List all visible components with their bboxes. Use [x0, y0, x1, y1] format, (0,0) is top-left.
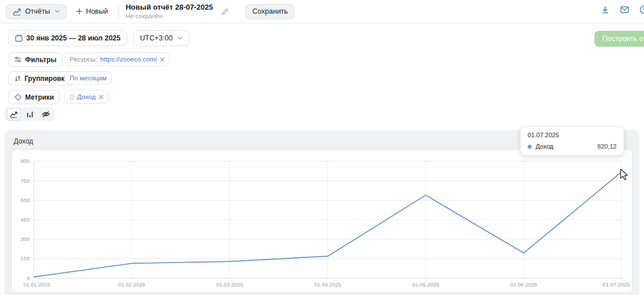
filters-button-label: Фильтры: [25, 56, 56, 64]
svg-text:450: 450: [21, 216, 30, 223]
build-report-label: Построить отчёт: [602, 35, 644, 43]
eye-off-icon: [42, 110, 50, 118]
build-report-button[interactable]: Построить отчёт: [594, 31, 644, 47]
controls-row: 30 янв 2025 — 28 июл 2025 UTC+3:00: [8, 30, 644, 46]
svg-text:01.01.2025: 01.01.2025: [23, 281, 50, 288]
svg-text:01.07.2025: 01.07.2025: [603, 281, 630, 288]
filter-chip-resource[interactable]: Ресурсы: https://zooeco.com/: [64, 52, 170, 66]
tooltip-series-row: Доход 820,12: [528, 143, 617, 150]
metrics-button-label: Метрики: [25, 93, 54, 101]
tooltip-value: 820,12: [597, 143, 617, 150]
report-title: Новый отчёт 28-07-2025: [125, 3, 213, 12]
grouping-chip-label: По месяцам: [70, 75, 107, 81]
filters-row: Фильтры Ресурсы: https://zooeco.com/: [8, 52, 644, 67]
save-button-label: Сохранить: [252, 7, 287, 15]
svg-text:300: 300: [21, 236, 30, 242]
target-icon: [14, 93, 22, 101]
save-button[interactable]: Сохранить: [245, 4, 294, 19]
line-chart-toggle[interactable]: [7, 108, 21, 120]
new-report-button[interactable]: Новый: [69, 4, 115, 19]
svg-text:0: 0: [27, 275, 30, 281]
chart-tooltip: 01.07.2025 Доход 820,12: [520, 126, 624, 155]
date-range-label: 30 янв 2025 — 28 июл 2025: [26, 34, 120, 42]
remove-filter-icon[interactable]: [160, 57, 165, 62]
sliders-icon: [14, 56, 22, 63]
date-range-button[interactable]: 30 янв 2025 — 28 июл 2025: [8, 30, 127, 46]
report-save-status: Не сохранён: [125, 13, 213, 20]
metric-chip-label: Доход: [77, 93, 96, 100]
tooltip-series-label: Доход: [536, 143, 553, 150]
svg-text:900: 900: [21, 158, 30, 164]
reports-menu-label: Отчёты: [25, 7, 50, 15]
timezone-label: UTC+3:00: [140, 34, 172, 42]
reports-menu-button[interactable]: Отчёты: [6, 4, 67, 19]
metrics-button[interactable]: Метрики: [8, 90, 60, 104]
chevron-down-icon: [177, 36, 183, 40]
svg-text:600: 600: [21, 197, 30, 203]
filters-button[interactable]: Фильтры: [8, 52, 63, 67]
svg-text:01.03.2025: 01.03.2025: [216, 281, 243, 288]
svg-text:150: 150: [21, 255, 30, 261]
drag-handle-icon[interactable]: [70, 94, 74, 100]
bar-chart-toggle[interactable]: [23, 108, 37, 120]
svg-text:01.04.2025: 01.04.2025: [314, 281, 341, 288]
edit-title-icon[interactable]: [221, 7, 229, 16]
download-icon[interactable]: [600, 5, 610, 15]
toolbar-right-icons: [600, 5, 644, 15]
groupings-row: Группировки По месяцам: [8, 71, 644, 85]
toolbar-divider: [118, 4, 119, 19]
filter-chip-prefix: Ресурсы:: [70, 56, 98, 63]
remove-metric-icon[interactable]: [99, 95, 104, 100]
report-title-block: Новый отчёт 28-07-2025 Не сохранён: [125, 3, 213, 20]
tooltip-date: 01.07.2025: [528, 132, 617, 138]
svg-text:01.05.2025: 01.05.2025: [412, 281, 439, 288]
metric-chip-revenue[interactable]: Доход: [64, 90, 109, 104]
series-color-dot: [528, 145, 532, 149]
report-builder-app: Отчёты Новый Новый отчёт 28-07-2025 Не с…: [0, 0, 644, 295]
chart-card: 01.01.202501.02.202501.03.202501.04.2025…: [11, 149, 633, 293]
chevron-down-icon: [55, 10, 60, 13]
calendar-icon: [15, 34, 23, 42]
grouping-chip-monthly[interactable]: По месяцам: [64, 71, 112, 85]
plus-icon: [76, 8, 83, 15]
filter-chip-link[interactable]: https://zooeco.com/: [100, 56, 157, 63]
bar-chart-icon: [26, 111, 34, 118]
clock-icon[interactable]: [639, 5, 644, 15]
revenue-line-chart[interactable]: 01.01.202501.02.202501.03.202501.04.2025…: [12, 150, 632, 292]
svg-text:750: 750: [21, 178, 30, 184]
metrics-row: Метрики Доход: [8, 90, 644, 104]
new-report-label: Новый: [86, 7, 108, 15]
groupings-button-label: Группировки: [25, 75, 68, 83]
sort-arrows-icon: [14, 75, 21, 82]
mail-icon[interactable]: [619, 5, 630, 15]
top-toolbar: Отчёты Новый Новый отчёт 28-07-2025 Не с…: [0, 0, 644, 23]
hide-chart-toggle[interactable]: [39, 108, 52, 120]
line-chart-icon: [10, 111, 18, 118]
svg-text:01.02.2025: 01.02.2025: [118, 281, 145, 288]
timezone-select[interactable]: UTC+3:00: [133, 30, 189, 46]
chart-type-toggles: [5, 107, 55, 121]
trend-chart-icon: [13, 8, 22, 15]
svg-text:01.06.2025: 01.06.2025: [510, 281, 537, 288]
